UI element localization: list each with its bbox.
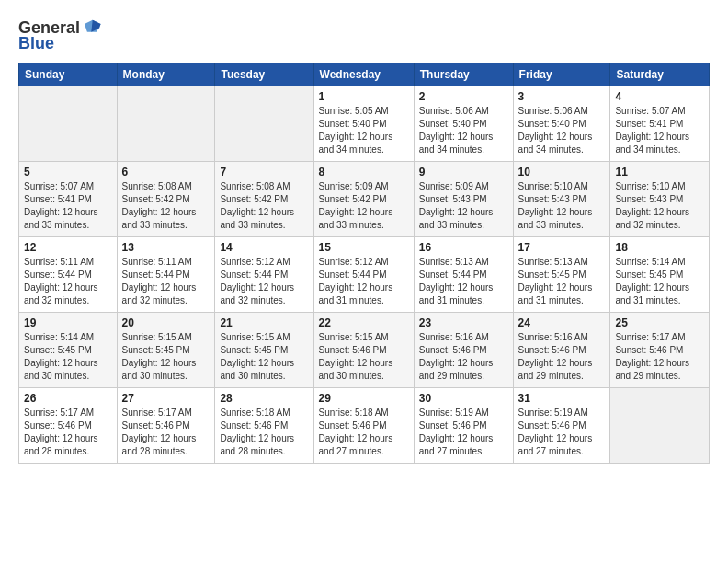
calendar-cell: 12Sunrise: 5:11 AMSunset: 5:44 PMDayligh… [19, 237, 118, 313]
day-info: Sunrise: 5:18 AMSunset: 5:46 PMDaylight:… [220, 407, 308, 458]
weekday-header-sunday: Sunday [19, 63, 118, 86]
calendar-cell: 14Sunrise: 5:12 AMSunset: 5:44 PMDayligh… [215, 237, 313, 313]
calendar-cell: 17Sunrise: 5:13 AMSunset: 5:45 PMDayligh… [513, 237, 610, 313]
day-info: Sunrise: 5:10 AMSunset: 5:43 PMDaylight:… [615, 180, 704, 232]
day-info: Sunrise: 5:17 AMSunset: 5:46 PMDaylight:… [615, 331, 704, 383]
calendar-cell: 11Sunrise: 5:10 AMSunset: 5:43 PMDayligh… [610, 162, 710, 237]
calendar-cell: 1Sunrise: 5:05 AMSunset: 5:40 PMDaylight… [313, 86, 414, 162]
calendar-cell: 4Sunrise: 5:07 AMSunset: 5:41 PMDaylight… [610, 86, 710, 162]
day-number: 20 [122, 316, 210, 329]
day-number: 4 [615, 90, 704, 103]
calendar-table: SundayMondayTuesdayWednesdayThursdayFrid… [18, 63, 710, 464]
day-number: 13 [122, 241, 210, 254]
day-number: 5 [24, 166, 112, 178]
calendar-cell: 7Sunrise: 5:08 AMSunset: 5:42 PMDaylight… [215, 162, 313, 237]
day-number: 17 [518, 241, 606, 254]
day-number: 21 [220, 316, 308, 329]
day-info: Sunrise: 5:14 AMSunset: 5:45 PMDaylight:… [615, 256, 704, 307]
weekday-header-thursday: Thursday [414, 63, 513, 86]
day-number: 6 [122, 166, 210, 178]
calendar-cell: 26Sunrise: 5:17 AMSunset: 5:46 PMDayligh… [19, 388, 118, 464]
calendar-cell: 10Sunrise: 5:10 AMSunset: 5:43 PMDayligh… [513, 162, 610, 237]
calendar-cell [19, 86, 118, 162]
calendar-cell: 5Sunrise: 5:07 AMSunset: 5:41 PMDaylight… [19, 162, 118, 237]
calendar-cell: 29Sunrise: 5:18 AMSunset: 5:46 PMDayligh… [313, 388, 414, 464]
calendar-cell: 16Sunrise: 5:13 AMSunset: 5:44 PMDayligh… [414, 237, 513, 313]
calendar-cell: 15Sunrise: 5:12 AMSunset: 5:44 PMDayligh… [313, 237, 414, 313]
day-info: Sunrise: 5:13 AMSunset: 5:44 PMDaylight:… [419, 256, 508, 307]
calendar-cell [117, 86, 215, 162]
day-number: 2 [419, 90, 508, 103]
day-number: 22 [319, 316, 409, 329]
day-info: Sunrise: 5:06 AMSunset: 5:40 PMDaylight:… [518, 105, 606, 156]
day-number: 23 [419, 316, 508, 329]
day-info: Sunrise: 5:05 AMSunset: 5:40 PMDaylight:… [319, 105, 409, 156]
day-number: 18 [615, 241, 704, 254]
weekday-header-monday: Monday [117, 63, 215, 86]
calendar-cell: 2Sunrise: 5:06 AMSunset: 5:40 PMDaylight… [414, 86, 513, 162]
calendar-cell: 22Sunrise: 5:15 AMSunset: 5:46 PMDayligh… [313, 313, 414, 388]
day-number: 8 [319, 166, 409, 178]
calendar-cell [610, 388, 710, 464]
main-container: General Blue SundayMondayTuesdayWednesda… [0, 0, 728, 473]
day-number: 7 [220, 166, 308, 178]
day-info: Sunrise: 5:19 AMSunset: 5:46 PMDaylight:… [419, 407, 508, 458]
day-info: Sunrise: 5:16 AMSunset: 5:46 PMDaylight:… [518, 331, 606, 383]
day-number: 3 [518, 90, 606, 103]
weekday-header-saturday: Saturday [610, 63, 710, 86]
day-number: 1 [319, 90, 409, 103]
calendar-cell: 19Sunrise: 5:14 AMSunset: 5:45 PMDayligh… [19, 313, 118, 388]
day-info: Sunrise: 5:12 AMSunset: 5:44 PMDaylight:… [319, 256, 409, 307]
calendar-week-row: 1Sunrise: 5:05 AMSunset: 5:40 PMDaylight… [19, 86, 710, 162]
calendar-cell: 24Sunrise: 5:16 AMSunset: 5:46 PMDayligh… [513, 313, 610, 388]
calendar-cell: 27Sunrise: 5:17 AMSunset: 5:46 PMDayligh… [117, 388, 215, 464]
day-number: 16 [419, 241, 508, 254]
day-number: 19 [24, 316, 112, 329]
day-info: Sunrise: 5:18 AMSunset: 5:46 PMDaylight:… [319, 407, 409, 458]
calendar-week-row: 26Sunrise: 5:17 AMSunset: 5:46 PMDayligh… [19, 388, 710, 464]
day-info: Sunrise: 5:17 AMSunset: 5:46 PMDaylight:… [122, 407, 210, 458]
calendar-week-row: 19Sunrise: 5:14 AMSunset: 5:45 PMDayligh… [19, 313, 710, 388]
day-info: Sunrise: 5:13 AMSunset: 5:45 PMDaylight:… [518, 256, 606, 307]
day-info: Sunrise: 5:14 AMSunset: 5:45 PMDaylight:… [24, 331, 112, 383]
calendar-cell: 18Sunrise: 5:14 AMSunset: 5:45 PMDayligh… [610, 237, 710, 313]
day-info: Sunrise: 5:11 AMSunset: 5:44 PMDaylight:… [122, 256, 210, 307]
weekday-header-tuesday: Tuesday [215, 63, 313, 86]
day-info: Sunrise: 5:10 AMSunset: 5:43 PMDaylight:… [518, 180, 606, 232]
day-number: 26 [24, 392, 112, 405]
day-info: Sunrise: 5:19 AMSunset: 5:46 PMDaylight:… [518, 407, 606, 458]
calendar-cell: 31Sunrise: 5:19 AMSunset: 5:46 PMDayligh… [513, 388, 610, 464]
calendar-cell: 8Sunrise: 5:09 AMSunset: 5:42 PMDaylight… [313, 162, 414, 237]
logo-icon [82, 17, 102, 37]
day-number: 24 [518, 316, 606, 329]
weekday-header-row: SundayMondayTuesdayWednesdayThursdayFrid… [19, 63, 710, 86]
day-info: Sunrise: 5:09 AMSunset: 5:43 PMDaylight:… [419, 180, 508, 232]
day-info: Sunrise: 5:12 AMSunset: 5:44 PMDaylight:… [220, 256, 308, 307]
day-number: 15 [319, 241, 409, 254]
calendar-cell: 25Sunrise: 5:17 AMSunset: 5:46 PMDayligh… [610, 313, 710, 388]
day-number: 30 [419, 392, 508, 405]
day-number: 28 [220, 392, 308, 405]
calendar-cell: 9Sunrise: 5:09 AMSunset: 5:43 PMDaylight… [414, 162, 513, 237]
day-info: Sunrise: 5:17 AMSunset: 5:46 PMDaylight:… [24, 407, 112, 458]
day-info: Sunrise: 5:16 AMSunset: 5:46 PMDaylight:… [419, 331, 508, 383]
calendar-cell: 23Sunrise: 5:16 AMSunset: 5:46 PMDayligh… [414, 313, 513, 388]
day-number: 29 [319, 392, 409, 405]
day-info: Sunrise: 5:07 AMSunset: 5:41 PMDaylight:… [615, 105, 704, 156]
day-info: Sunrise: 5:07 AMSunset: 5:41 PMDaylight:… [24, 180, 112, 232]
day-info: Sunrise: 5:08 AMSunset: 5:42 PMDaylight:… [220, 180, 308, 232]
header: General Blue [18, 15, 710, 53]
day-number: 27 [122, 392, 210, 405]
calendar-week-row: 5Sunrise: 5:07 AMSunset: 5:41 PMDaylight… [19, 162, 710, 237]
calendar-cell: 20Sunrise: 5:15 AMSunset: 5:45 PMDayligh… [117, 313, 215, 388]
weekday-header-wednesday: Wednesday [313, 63, 414, 86]
day-number: 11 [615, 166, 704, 178]
day-info: Sunrise: 5:06 AMSunset: 5:40 PMDaylight:… [419, 105, 508, 156]
day-info: Sunrise: 5:15 AMSunset: 5:46 PMDaylight:… [319, 331, 409, 383]
day-number: 10 [518, 166, 606, 178]
day-info: Sunrise: 5:09 AMSunset: 5:42 PMDaylight:… [319, 180, 409, 232]
day-number: 14 [220, 241, 308, 254]
calendar-cell: 28Sunrise: 5:18 AMSunset: 5:46 PMDayligh… [215, 388, 313, 464]
day-info: Sunrise: 5:08 AMSunset: 5:42 PMDaylight:… [122, 180, 210, 232]
calendar-cell: 13Sunrise: 5:11 AMSunset: 5:44 PMDayligh… [117, 237, 215, 313]
